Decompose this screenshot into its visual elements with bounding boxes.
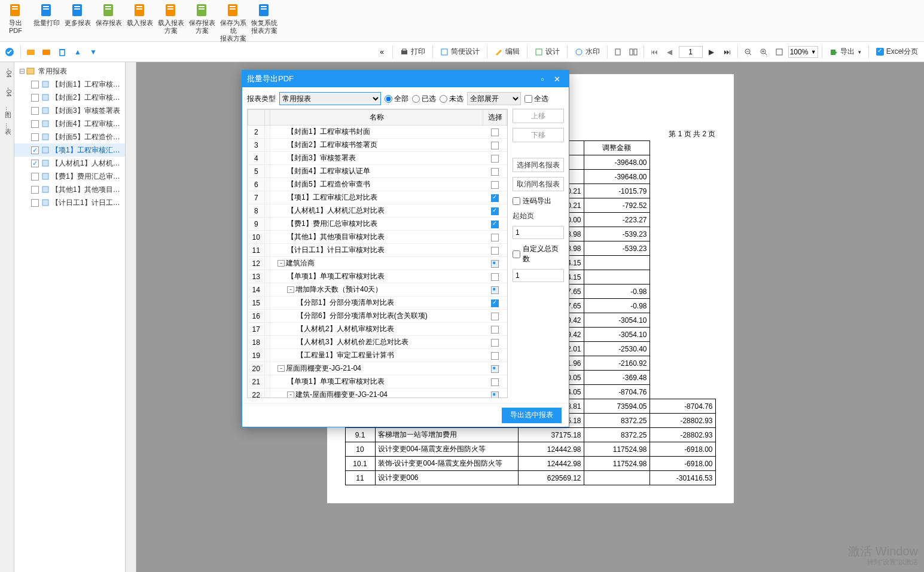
- checkbox-icon[interactable]: [491, 313, 499, 320]
- continuous-export-checkbox[interactable]: 连码导出: [513, 196, 564, 206]
- expand-icon[interactable]: -: [287, 286, 294, 293]
- move-up-button[interactable]: 上移: [513, 109, 564, 123]
- expand-select[interactable]: 全部展开: [467, 92, 521, 105]
- move-up-icon[interactable]: ▲: [71, 45, 84, 59]
- checkbox-icon[interactable]: [31, 186, 39, 194]
- select-same-name-button[interactable]: 选择同名报表: [513, 158, 564, 172]
- selection-row[interactable]: 14-增加降水天数（预计40天）: [248, 283, 507, 296]
- selection-row[interactable]: 10【其他1】其他项目审核对比表: [248, 231, 507, 244]
- collapsed-side-strip[interactable]: [126, 62, 136, 572]
- tree-item-5[interactable]: 【项1】工程审核汇…: [14, 143, 125, 157]
- load-scheme[interactable]: 载入报表 方案: [155, 2, 187, 35]
- tree-item-1[interactable]: 【封面2】工程审核…: [14, 91, 125, 104]
- tree-item-7[interactable]: 【费1】费用汇总审…: [14, 170, 125, 183]
- selection-row[interactable]: 9【费1】费用汇总审核对比表: [248, 218, 507, 231]
- tree-item-6[interactable]: 【人材机1】人材机…: [14, 157, 125, 170]
- export-selected-button[interactable]: 导出选中报表: [502, 408, 562, 423]
- selection-row[interactable]: 19【工程量1】审定工程量计算书: [248, 349, 507, 362]
- checkbox-icon[interactable]: [491, 247, 499, 255]
- radio-all[interactable]: 全部: [385, 94, 408, 104]
- load-report[interactable]: 载入报表: [124, 2, 155, 27]
- selection-row[interactable]: 13【单项1】单项工程审核对比表: [248, 270, 507, 283]
- view-double-icon[interactable]: [627, 45, 640, 59]
- checkbox-icon[interactable]: [491, 326, 499, 334]
- close-icon[interactable]: ✕: [550, 75, 564, 84]
- zoom-select[interactable]: 100%▼: [788, 46, 818, 58]
- checkbox-icon[interactable]: [491, 352, 499, 360]
- checkbox-icon[interactable]: [491, 221, 499, 228]
- selection-row[interactable]: 4【封面3】审核签署表: [248, 152, 507, 165]
- fit-page-icon[interactable]: [773, 45, 786, 59]
- checkbox-icon[interactable]: [31, 81, 39, 88]
- collapse-tree-icon[interactable]: «: [376, 45, 389, 59]
- selection-row[interactable]: 12-建筑洽商: [248, 257, 507, 270]
- cancel-same-name-button[interactable]: 取消同名报表: [513, 177, 564, 191]
- watermark-button[interactable]: 水印: [571, 45, 603, 58]
- save-scheme[interactable]: 保存报表 方案: [187, 2, 218, 35]
- selection-row[interactable]: 7【项1】工程审核汇总对比表: [248, 191, 507, 204]
- export-pdf[interactable]: 导出 PDF: [0, 2, 31, 35]
- tree-item-9[interactable]: 【计日工1】计日工…: [14, 196, 125, 209]
- side-tab-0[interactable]: -04: [0, 65, 14, 81]
- checkbox-icon[interactable]: [31, 133, 39, 141]
- selection-row[interactable]: 3【封面2】工程审核书签署页: [248, 139, 507, 152]
- selection-row[interactable]: 17【人材机2】人材机审核对比表: [248, 323, 507, 336]
- selection-row[interactable]: 5【封面4】工程审核认证单: [248, 165, 507, 178]
- checkbox-icon[interactable]: [491, 129, 499, 136]
- edit-button[interactable]: 编辑: [491, 45, 523, 58]
- expand-icon[interactable]: -: [277, 365, 285, 372]
- restore-icon[interactable]: ▫: [535, 75, 550, 84]
- checkbox-icon[interactable]: [31, 107, 39, 115]
- report-type-select[interactable]: 常用报表: [279, 92, 381, 105]
- custom-total-pages-checkbox[interactable]: 自定义总页数: [513, 244, 564, 264]
- custom-total-pages-input[interactable]: [513, 269, 564, 282]
- checkbox-icon[interactable]: [491, 168, 499, 176]
- checkbox-icon[interactable]: [491, 299, 499, 307]
- start-page-input[interactable]: [513, 226, 564, 239]
- checkbox-icon[interactable]: [491, 155, 499, 163]
- tree-item-0[interactable]: 【封面1】工程审核…: [14, 78, 125, 91]
- expand-icon[interactable]: -: [277, 260, 285, 267]
- checkbox-icon[interactable]: [491, 194, 499, 202]
- move-down-icon[interactable]: ▼: [87, 45, 100, 59]
- tree-item-3[interactable]: 【封面4】工程审核…: [14, 117, 125, 130]
- zoom-out-icon[interactable]: [742, 45, 755, 59]
- collapse-icon[interactable]: ⊟: [19, 67, 26, 75]
- checkbox-icon[interactable]: [491, 273, 499, 281]
- checkbox-icon[interactable]: [31, 146, 39, 154]
- selection-row[interactable]: 18【人材机3】人材机价差汇总对比表: [248, 336, 507, 349]
- radio-unselected[interactable]: 未选: [440, 94, 463, 104]
- selection-row[interactable]: 21【单项1】单项工程审核对比表: [248, 375, 507, 389]
- page-number-input[interactable]: [679, 46, 703, 58]
- selection-row[interactable]: 20-屋面雨棚变更-JG-21-04: [248, 362, 507, 375]
- checkbox-icon[interactable]: [491, 181, 499, 189]
- delete-icon[interactable]: [56, 45, 69, 59]
- expand-icon[interactable]: -: [287, 391, 294, 398]
- selection-row[interactable]: 15【分部1】分部分项清单对比表: [248, 296, 507, 310]
- design-button[interactable]: 设计: [531, 45, 563, 58]
- checkbox-icon[interactable]: [491, 286, 499, 294]
- dialog-titlebar[interactable]: 批量导出PDF ▫ ✕: [242, 71, 569, 87]
- nav-next-icon[interactable]: ▶: [705, 45, 718, 59]
- tree-root[interactable]: ⊟ 常用报表: [14, 65, 125, 78]
- nav-first-icon[interactable]: ⏮: [648, 45, 661, 59]
- checkbox-icon[interactable]: [491, 391, 499, 398]
- folder-open-icon[interactable]: [25, 45, 38, 59]
- checkbox-icon[interactable]: [491, 207, 499, 215]
- zoom-in-icon[interactable]: [757, 45, 770, 59]
- selection-row[interactable]: 6【封面5】工程造价审查书: [248, 178, 507, 191]
- save-sys-scheme[interactable]: 保存为系统 报表方案: [218, 2, 249, 42]
- export-button[interactable]: 导出▾: [826, 45, 865, 58]
- checkbox-icon[interactable]: [491, 234, 499, 241]
- checkbox-icon[interactable]: [31, 94, 39, 102]
- restore-sys-scheme[interactable]: 恢复系统 报表方案: [249, 2, 280, 35]
- selection-row[interactable]: 16【分部6】分部分项清单对比表(含关联项): [248, 310, 507, 323]
- tree-item-2[interactable]: 【封面3】审核签署表: [14, 104, 125, 117]
- print-button[interactable]: 打印: [397, 45, 429, 58]
- simple-design-button[interactable]: 简便设计: [437, 45, 483, 58]
- view-single-icon[interactable]: [611, 45, 624, 59]
- selection-row[interactable]: 11【计日工1】计日工审核对比表: [248, 244, 507, 257]
- more-reports[interactable]: 更多报表: [62, 2, 93, 27]
- side-tab-1[interactable]: -04: [0, 84, 14, 100]
- tree-item-4[interactable]: 【封面5】工程造价…: [14, 130, 125, 143]
